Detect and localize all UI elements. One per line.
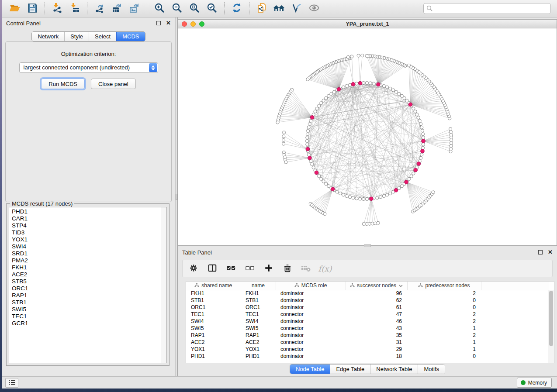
network-node[interactable] bbox=[362, 222, 365, 225]
network-hub-node[interactable] bbox=[422, 139, 426, 143]
import-network-button[interactable] bbox=[48, 1, 66, 16]
network-node[interactable] bbox=[308, 123, 311, 126]
network-node[interactable] bbox=[412, 172, 415, 175]
delete-table-button[interactable] bbox=[301, 263, 312, 274]
network-hub-node[interactable] bbox=[337, 87, 341, 91]
node-table[interactable]: shared namenameMCDS rolesuccessor nodesp… bbox=[186, 281, 554, 363]
show-columns-button[interactable] bbox=[207, 263, 218, 274]
mcds-result-item[interactable]: YOX1 bbox=[9, 236, 160, 243]
table-row[interactable]: ACE2ACE2connector311 bbox=[186, 339, 549, 346]
network-node[interactable] bbox=[318, 104, 321, 107]
network-hub-node[interactable] bbox=[377, 83, 381, 86]
network-node[interactable] bbox=[400, 185, 403, 188]
tab-edge-table[interactable]: Edge Table bbox=[330, 364, 370, 374]
clone-network-button[interactable] bbox=[253, 1, 270, 16]
network-node[interactable] bbox=[418, 119, 421, 122]
table-row[interactable]: PHD1PHD1dominator180 bbox=[186, 353, 549, 360]
network-node[interactable] bbox=[405, 99, 408, 102]
column-header-predecessor-nodes[interactable]: predecessor nodes bbox=[407, 282, 481, 290]
network-node[interactable] bbox=[400, 94, 403, 97]
network-node[interactable] bbox=[414, 110, 417, 113]
mcds-result-item[interactable]: STB5 bbox=[9, 278, 160, 285]
network-hub-node[interactable] bbox=[358, 81, 362, 85]
table-cell[interactable]: YOX1 bbox=[186, 346, 241, 353]
network-node[interactable] bbox=[365, 54, 368, 57]
network-node[interactable] bbox=[350, 55, 353, 58]
network-node[interactable] bbox=[379, 196, 382, 199]
table-cell[interactable]: dominator bbox=[276, 297, 346, 304]
network-node[interactable] bbox=[309, 119, 312, 122]
network-node[interactable] bbox=[382, 84, 385, 87]
table-row[interactable]: STB1STB1dominator620 bbox=[186, 297, 549, 304]
export-table-button[interactable] bbox=[108, 1, 126, 16]
network-node[interactable] bbox=[327, 94, 330, 97]
mcds-result-item[interactable]: GCR1 bbox=[9, 320, 160, 327]
table-cell[interactable]: 0 bbox=[407, 304, 481, 311]
network-node[interactable] bbox=[312, 166, 315, 169]
table-cell[interactable]: 2 bbox=[407, 311, 481, 318]
add-row-button[interactable] bbox=[263, 263, 274, 274]
table-cell[interactable]: ACE2 bbox=[186, 339, 241, 346]
table-cell[interactable]: 47 bbox=[346, 311, 407, 318]
mcds-result-item[interactable]: STB1 bbox=[9, 299, 160, 306]
table-cell[interactable]: 0 bbox=[407, 353, 481, 360]
network-node[interactable] bbox=[282, 138, 285, 141]
network-node[interactable] bbox=[355, 197, 358, 200]
mcds-result-item[interactable]: PHD1 bbox=[9, 208, 160, 215]
table-cell[interactable]: 35 bbox=[346, 332, 407, 339]
network-canvas[interactable] bbox=[178, 28, 557, 245]
network-node[interactable] bbox=[382, 194, 385, 197]
table-cell[interactable]: 1 bbox=[407, 339, 481, 346]
mcds-result-item[interactable]: SWI4 bbox=[9, 243, 160, 250]
network-node[interactable] bbox=[412, 107, 415, 110]
network-node[interactable] bbox=[408, 177, 411, 180]
table-cell[interactable]: 61 bbox=[346, 304, 407, 311]
table-row[interactable]: RAP1RAP1dominator352 bbox=[186, 332, 549, 339]
table-cell[interactable]: ORC1 bbox=[186, 304, 241, 311]
mcds-result-item[interactable]: SWI5 bbox=[9, 306, 160, 313]
table-cell[interactable]: dominator bbox=[276, 304, 346, 311]
float-panel-icon[interactable] bbox=[538, 250, 543, 254]
table-cell[interactable]: PHD1 bbox=[241, 353, 276, 360]
refresh-network-button[interactable] bbox=[228, 1, 246, 16]
network-node[interactable] bbox=[332, 90, 336, 93]
table-cell[interactable]: TEC1 bbox=[186, 311, 241, 318]
zoom-selected-button[interactable] bbox=[203, 1, 221, 16]
table-cell[interactable]: ORC1 bbox=[241, 304, 276, 311]
table-cell[interactable]: TEC1 bbox=[241, 311, 276, 318]
table-cell[interactable]: connector bbox=[276, 346, 346, 353]
network-node[interactable] bbox=[415, 113, 419, 116]
mcds-result-item[interactable]: STP4 bbox=[9, 222, 160, 229]
table-cell[interactable]: 2 bbox=[407, 332, 481, 339]
table-cell[interactable]: SWI5 bbox=[186, 325, 241, 332]
export-image-button[interactable] bbox=[126, 1, 143, 16]
network-node[interactable] bbox=[432, 191, 435, 194]
hide-graphics-details-button[interactable] bbox=[288, 1, 305, 16]
network-node[interactable] bbox=[307, 153, 310, 156]
float-panel-icon[interactable] bbox=[156, 21, 161, 25]
network-node[interactable] bbox=[359, 197, 362, 200]
column-header-successor-nodes[interactable]: successor nodes bbox=[346, 282, 407, 290]
network-hub-node[interactable] bbox=[308, 156, 312, 160]
delete-row-button[interactable] bbox=[282, 263, 293, 274]
network-node[interactable] bbox=[282, 135, 285, 138]
network-node[interactable] bbox=[374, 222, 377, 225]
tab-select[interactable]: Select bbox=[89, 32, 116, 41]
network-node[interactable] bbox=[306, 143, 309, 146]
table-cell[interactable]: 18 bbox=[346, 353, 407, 360]
mcds-result-item[interactable]: CAR1 bbox=[9, 215, 160, 222]
table-cell[interactable]: PHD1 bbox=[186, 353, 241, 360]
column-header-MCDS-role[interactable]: MCDS role bbox=[276, 282, 346, 290]
network-node[interactable] bbox=[320, 177, 323, 180]
network-node[interactable] bbox=[306, 133, 309, 136]
table-cell[interactable]: 43 bbox=[346, 325, 407, 332]
network-node[interactable] bbox=[392, 89, 395, 92]
network-node[interactable] bbox=[419, 156, 422, 159]
table-cell[interactable]: 0 bbox=[407, 297, 481, 304]
network-node[interactable] bbox=[421, 133, 424, 136]
tab-network-table[interactable]: Network Table bbox=[370, 364, 418, 374]
mcds-result-item[interactable]: FKH1 bbox=[9, 264, 160, 271]
network-node[interactable] bbox=[345, 84, 348, 87]
network-node[interactable] bbox=[362, 197, 365, 200]
mcds-result-item[interactable]: ORC1 bbox=[9, 285, 160, 292]
